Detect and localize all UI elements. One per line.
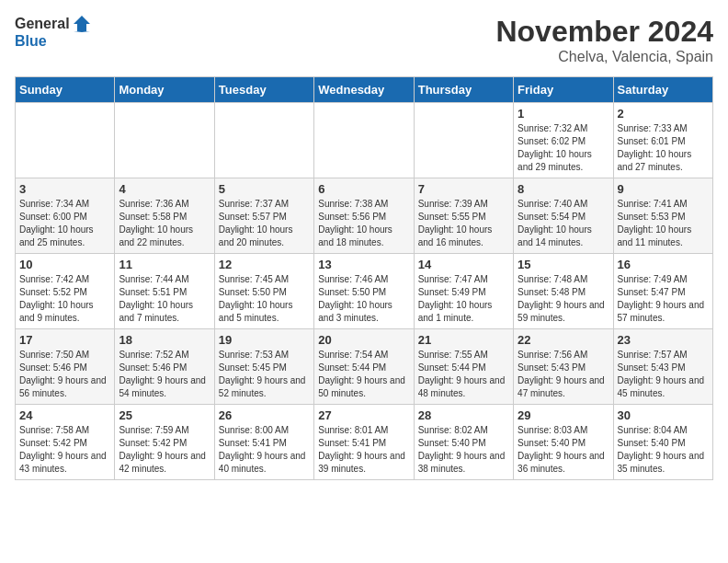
day-cell: 18Sunrise: 7:52 AM Sunset: 5:46 PM Dayli… bbox=[115, 329, 214, 405]
day-number: 3 bbox=[19, 182, 110, 196]
day-number: 18 bbox=[119, 333, 210, 347]
day-number: 17 bbox=[19, 333, 110, 347]
day-cell: 23Sunrise: 7:57 AM Sunset: 5:43 PM Dayli… bbox=[613, 329, 712, 405]
logo-bird-icon bbox=[72, 15, 92, 33]
day-info: Sunrise: 7:55 AM Sunset: 5:44 PM Dayligh… bbox=[418, 349, 509, 400]
day-cell: 11Sunrise: 7:44 AM Sunset: 5:51 PM Dayli… bbox=[115, 254, 214, 329]
day-info: Sunrise: 8:01 AM Sunset: 5:41 PM Dayligh… bbox=[318, 424, 409, 476]
day-cell: 16Sunrise: 7:49 AM Sunset: 5:47 PM Dayli… bbox=[613, 254, 712, 329]
day-info: Sunrise: 7:49 AM Sunset: 5:47 PM Dayligh… bbox=[618, 273, 709, 325]
day-number: 20 bbox=[318, 333, 409, 347]
day-number: 16 bbox=[618, 258, 709, 271]
day-info: Sunrise: 7:48 AM Sunset: 5:48 PM Dayligh… bbox=[518, 273, 609, 325]
day-cell: 9Sunrise: 7:41 AM Sunset: 5:53 PM Daylig… bbox=[613, 178, 712, 254]
day-number: 29 bbox=[518, 408, 609, 422]
day-number: 1 bbox=[518, 107, 609, 121]
day-number: 25 bbox=[119, 408, 210, 422]
day-cell bbox=[314, 103, 414, 178]
day-info: Sunrise: 7:34 AM Sunset: 6:00 PM Dayligh… bbox=[19, 198, 110, 249]
day-info: Sunrise: 7:57 AM Sunset: 5:43 PM Dayligh… bbox=[618, 349, 709, 400]
day-info: Sunrise: 7:44 AM Sunset: 5:51 PM Dayligh… bbox=[119, 273, 210, 325]
day-cell: 26Sunrise: 8:00 AM Sunset: 5:41 PM Dayli… bbox=[214, 405, 313, 480]
day-info: Sunrise: 7:40 AM Sunset: 5:54 PM Dayligh… bbox=[518, 198, 609, 249]
day-cell bbox=[115, 103, 214, 178]
day-info: Sunrise: 7:52 AM Sunset: 5:46 PM Dayligh… bbox=[119, 349, 210, 400]
week-row-5: 24Sunrise: 7:58 AM Sunset: 5:42 PM Dayli… bbox=[16, 405, 713, 480]
day-cell: 22Sunrise: 7:56 AM Sunset: 5:43 PM Dayli… bbox=[514, 329, 613, 405]
day-cell: 12Sunrise: 7:45 AM Sunset: 5:50 PM Dayli… bbox=[214, 254, 313, 329]
day-number: 22 bbox=[518, 333, 609, 347]
day-info: Sunrise: 7:56 AM Sunset: 5:43 PM Dayligh… bbox=[518, 349, 609, 400]
col-header-saturday: Saturday bbox=[613, 77, 712, 103]
day-number: 8 bbox=[518, 182, 609, 196]
day-cell bbox=[414, 103, 513, 178]
day-cell: 2Sunrise: 7:33 AM Sunset: 6:01 PM Daylig… bbox=[613, 103, 712, 178]
day-number: 14 bbox=[418, 258, 509, 271]
day-number: 23 bbox=[618, 333, 709, 347]
logo: General Blue bbox=[15, 15, 92, 50]
day-number: 15 bbox=[518, 258, 609, 271]
day-info: Sunrise: 7:47 AM Sunset: 5:49 PM Dayligh… bbox=[418, 273, 509, 325]
col-header-tuesday: Tuesday bbox=[214, 77, 313, 103]
day-info: Sunrise: 8:02 AM Sunset: 5:40 PM Dayligh… bbox=[418, 424, 509, 476]
day-info: Sunrise: 7:50 AM Sunset: 5:46 PM Dayligh… bbox=[19, 349, 110, 400]
day-cell bbox=[214, 103, 313, 178]
week-row-2: 3Sunrise: 7:34 AM Sunset: 6:00 PM Daylig… bbox=[16, 178, 713, 254]
day-cell: 17Sunrise: 7:50 AM Sunset: 5:46 PM Dayli… bbox=[16, 329, 115, 405]
day-number: 10 bbox=[19, 258, 110, 271]
day-info: Sunrise: 7:37 AM Sunset: 5:57 PM Dayligh… bbox=[219, 198, 310, 249]
calendar-table: SundayMondayTuesdayWednesdayThursdayFrid… bbox=[15, 76, 713, 480]
logo-text-general: General bbox=[15, 16, 70, 32]
day-info: Sunrise: 7:45 AM Sunset: 5:50 PM Dayligh… bbox=[219, 273, 310, 325]
day-number: 27 bbox=[318, 408, 409, 422]
day-info: Sunrise: 7:36 AM Sunset: 5:58 PM Dayligh… bbox=[119, 198, 210, 249]
day-cell: 25Sunrise: 7:59 AM Sunset: 5:42 PM Dayli… bbox=[115, 405, 214, 480]
day-cell: 19Sunrise: 7:53 AM Sunset: 5:45 PM Dayli… bbox=[214, 329, 313, 405]
day-cell: 21Sunrise: 7:55 AM Sunset: 5:44 PM Dayli… bbox=[414, 329, 513, 405]
title-block: November 2024 Chelva, Valencia, Spain bbox=[495, 15, 713, 65]
day-number: 7 bbox=[418, 182, 509, 196]
day-number: 28 bbox=[418, 408, 509, 422]
day-number: 12 bbox=[219, 258, 310, 271]
day-number: 30 bbox=[618, 408, 709, 422]
week-row-3: 10Sunrise: 7:42 AM Sunset: 5:52 PM Dayli… bbox=[16, 254, 713, 329]
day-cell: 27Sunrise: 8:01 AM Sunset: 5:41 PM Dayli… bbox=[314, 405, 414, 480]
day-cell: 15Sunrise: 7:48 AM Sunset: 5:48 PM Dayli… bbox=[514, 254, 613, 329]
day-info: Sunrise: 7:39 AM Sunset: 5:55 PM Dayligh… bbox=[418, 198, 509, 249]
day-number: 19 bbox=[219, 333, 310, 347]
day-info: Sunrise: 7:42 AM Sunset: 5:52 PM Dayligh… bbox=[19, 273, 110, 325]
day-info: Sunrise: 7:32 AM Sunset: 6:02 PM Dayligh… bbox=[518, 122, 609, 174]
col-header-monday: Monday bbox=[115, 77, 214, 103]
day-info: Sunrise: 7:58 AM Sunset: 5:42 PM Dayligh… bbox=[19, 424, 110, 476]
month-title: November 2024 bbox=[495, 15, 713, 49]
day-cell: 29Sunrise: 8:03 AM Sunset: 5:40 PM Dayli… bbox=[514, 405, 613, 480]
day-info: Sunrise: 8:04 AM Sunset: 5:40 PM Dayligh… bbox=[618, 424, 709, 476]
day-number: 5 bbox=[219, 182, 310, 196]
week-row-1: 1Sunrise: 7:32 AM Sunset: 6:02 PM Daylig… bbox=[16, 103, 713, 178]
day-info: Sunrise: 7:59 AM Sunset: 5:42 PM Dayligh… bbox=[119, 424, 210, 476]
day-number: 24 bbox=[19, 408, 110, 422]
day-cell bbox=[16, 103, 115, 178]
day-number: 2 bbox=[618, 107, 709, 121]
day-info: Sunrise: 7:33 AM Sunset: 6:01 PM Dayligh… bbox=[618, 122, 709, 174]
day-cell: 7Sunrise: 7:39 AM Sunset: 5:55 PM Daylig… bbox=[414, 178, 513, 254]
col-header-wednesday: Wednesday bbox=[314, 77, 414, 103]
day-info: Sunrise: 7:38 AM Sunset: 5:56 PM Dayligh… bbox=[318, 198, 409, 249]
day-cell: 5Sunrise: 7:37 AM Sunset: 5:57 PM Daylig… bbox=[214, 178, 313, 254]
day-number: 13 bbox=[318, 258, 409, 271]
day-info: Sunrise: 7:54 AM Sunset: 5:44 PM Dayligh… bbox=[318, 349, 409, 400]
day-cell: 14Sunrise: 7:47 AM Sunset: 5:49 PM Dayli… bbox=[414, 254, 513, 329]
logo-text-blue: Blue bbox=[15, 33, 92, 50]
day-info: Sunrise: 8:00 AM Sunset: 5:41 PM Dayligh… bbox=[219, 424, 310, 476]
day-number: 11 bbox=[119, 258, 210, 271]
day-cell: 8Sunrise: 7:40 AM Sunset: 5:54 PM Daylig… bbox=[514, 178, 613, 254]
day-number: 26 bbox=[219, 408, 310, 422]
day-number: 9 bbox=[618, 182, 709, 196]
day-cell: 3Sunrise: 7:34 AM Sunset: 6:00 PM Daylig… bbox=[16, 178, 115, 254]
col-header-sunday: Sunday bbox=[16, 77, 115, 103]
day-cell: 20Sunrise: 7:54 AM Sunset: 5:44 PM Dayli… bbox=[314, 329, 414, 405]
day-number: 21 bbox=[418, 333, 509, 347]
day-cell: 30Sunrise: 8:04 AM Sunset: 5:40 PM Dayli… bbox=[613, 405, 712, 480]
col-header-thursday: Thursday bbox=[414, 77, 513, 103]
day-cell: 1Sunrise: 7:32 AM Sunset: 6:02 PM Daylig… bbox=[514, 103, 613, 178]
